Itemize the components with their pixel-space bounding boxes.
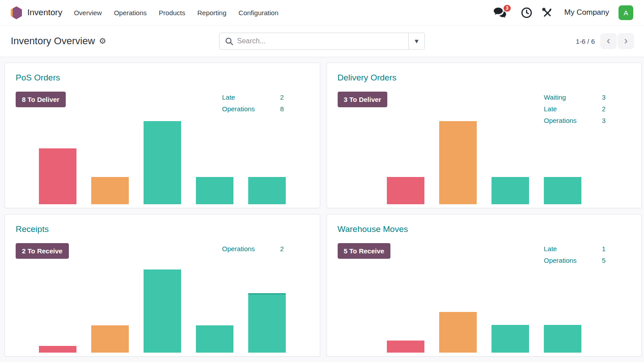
- card-stats: Late2Operations8: [222, 92, 284, 115]
- to-receive-button[interactable]: 2 To Receive: [16, 243, 69, 259]
- pager-previous-button[interactable]: ‹: [600, 33, 617, 49]
- menu-overview[interactable]: Overview: [74, 6, 102, 19]
- stat-filter-link[interactable]: Operations: [222, 243, 255, 255]
- card-title-link[interactable]: Receipts: [16, 224, 309, 234]
- card-receipts: Receipts 2 To Receive Operations2: [4, 214, 320, 357]
- messages-button[interactable]: 3: [493, 7, 506, 18]
- stat-filter-link[interactable]: Operations: [544, 255, 576, 266]
- chart-bar[interactable]: [196, 177, 233, 204]
- chart-bar[interactable]: [491, 325, 529, 353]
- to-deliver-button[interactable]: 8 To Deliver: [16, 92, 66, 107]
- stat-filter-link[interactable]: Late: [544, 103, 557, 115]
- dashboard-grid: PoS Orders 8 To Deliver Late2Operations8…: [0, 57, 644, 362]
- chevron-left-icon: ‹: [607, 35, 610, 46]
- pager-range: 1-6 / 6: [576, 38, 595, 45]
- systray: 3 My Company A: [493, 5, 633, 20]
- chart-bar[interactable]: [491, 177, 529, 204]
- user-avatar[interactable]: A: [619, 5, 633, 20]
- app-switcher[interactable]: Inventory: [10, 6, 62, 20]
- menu-products[interactable]: Products: [159, 6, 185, 19]
- stat-row: Late1: [544, 243, 606, 255]
- chart-bar[interactable]: [196, 325, 233, 353]
- operations-bar-chart: [5, 269, 320, 353]
- stat-filter-link[interactable]: Late: [544, 243, 557, 255]
- gear-icon[interactable]: ⚙: [99, 37, 106, 45]
- clock-icon: [521, 7, 532, 18]
- stat-row: Late2: [544, 103, 606, 115]
- card-delivery-orders: Delivery Orders 3 To Deliver Waiting3Lat…: [326, 63, 642, 208]
- stat-value: 5: [602, 255, 606, 266]
- stat-row: Operations5: [544, 255, 606, 266]
- page-title: Inventory Overview: [11, 35, 95, 47]
- stat-value: 1: [602, 243, 606, 255]
- chart-bar[interactable]: [91, 177, 129, 204]
- chart-bar[interactable]: [248, 293, 286, 353]
- chart-bar[interactable]: [39, 148, 76, 204]
- main-menu: Overview Operations Products Reporting C…: [74, 6, 278, 19]
- chart-bar[interactable]: [544, 177, 581, 204]
- stat-filter-link[interactable]: Late: [222, 92, 235, 103]
- search-input[interactable]: [237, 37, 408, 45]
- card-stats: Late1Operations5: [544, 243, 606, 266]
- menu-operations[interactable]: Operations: [114, 6, 147, 19]
- operations-bar-chart: [327, 312, 642, 353]
- messages-count-badge: 3: [503, 4, 512, 13]
- card-pos-orders: PoS Orders 8 To Deliver Late2Operations8: [4, 63, 320, 208]
- chart-bar[interactable]: [144, 269, 181, 353]
- search-dropdown-toggle[interactable]: ▼: [408, 33, 424, 49]
- pager-next-button[interactable]: ›: [618, 33, 634, 49]
- stat-value: 3: [602, 92, 606, 103]
- chart-bar[interactable]: [91, 325, 129, 353]
- stat-filter-link[interactable]: Waiting: [544, 92, 566, 103]
- chart-bar[interactable]: [387, 177, 424, 204]
- stat-row: Late2: [222, 92, 284, 103]
- card-title-link[interactable]: PoS Orders: [16, 73, 309, 83]
- stat-row: Waiting3: [544, 92, 606, 103]
- crossed-tools-icon: [542, 7, 552, 18]
- inventory-app-icon: [10, 6, 23, 20]
- chart-bar[interactable]: [248, 177, 286, 204]
- search-icon: [225, 37, 233, 46]
- app-name[interactable]: Inventory: [27, 8, 62, 17]
- control-panel: Inventory Overview ⚙ ▼ 1-6 / 6 ‹ ›: [0, 25, 644, 57]
- chart-bar[interactable]: [544, 325, 581, 353]
- stat-value: 2: [280, 92, 284, 103]
- chart-bar[interactable]: [439, 312, 477, 353]
- card-warehouse-moves: Warehouse Moves 5 To Receive Late1Operat…: [326, 214, 642, 357]
- card-stats: Operations2: [222, 243, 284, 255]
- caret-down-icon: ▼: [415, 38, 418, 44]
- top-navbar: Inventory Overview Operations Products R…: [0, 0, 644, 25]
- chart-bar[interactable]: [39, 346, 76, 353]
- chart-bar[interactable]: [387, 341, 424, 353]
- pager: 1-6 / 6 ‹ ›: [576, 33, 634, 49]
- stat-value: 8: [280, 103, 284, 115]
- menu-reporting[interactable]: Reporting: [197, 6, 226, 19]
- operations-bar-chart: [327, 121, 642, 204]
- menu-configuration[interactable]: Configuration: [238, 6, 278, 19]
- tools-button[interactable]: [542, 7, 552, 18]
- chart-bar[interactable]: [439, 121, 477, 204]
- stat-value: 2: [602, 103, 606, 115]
- search-bar: ▼: [219, 33, 425, 50]
- to-receive-button[interactable]: 5 To Receive: [338, 243, 391, 259]
- card-title-link[interactable]: Delivery Orders: [338, 73, 631, 83]
- stat-row: Operations8: [222, 103, 284, 115]
- activities-button[interactable]: [521, 7, 532, 18]
- chevron-right-icon: ›: [624, 35, 628, 46]
- card-title-link[interactable]: Warehouse Moves: [338, 224, 631, 234]
- chart-bar[interactable]: [144, 121, 181, 204]
- operations-bar-chart: [5, 121, 320, 204]
- company-selector[interactable]: My Company: [564, 8, 609, 17]
- stat-row: Operations2: [222, 243, 284, 255]
- stat-filter-link[interactable]: Operations: [222, 103, 255, 115]
- to-deliver-button[interactable]: 3 To Deliver: [338, 92, 388, 107]
- stat-value: 2: [280, 243, 284, 255]
